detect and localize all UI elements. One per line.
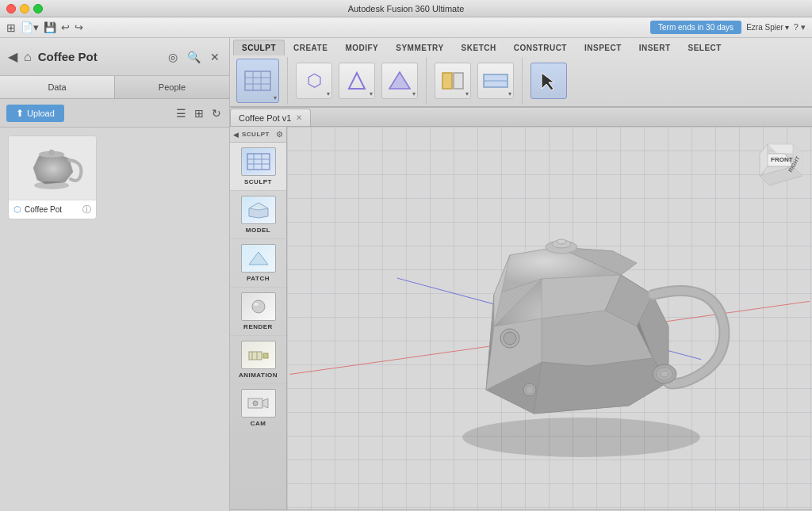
ribbon-btn-sculpt-icon[interactable]: ▾ — [236, 59, 279, 103]
svg-marker-51 — [605, 275, 653, 326]
sidebar-collapse-button[interactable]: ◀ SCULPT ⚙ — [230, 127, 286, 143]
svg-point-60 — [557, 239, 566, 244]
tab-people[interactable]: People — [115, 76, 229, 98]
ribbon-tab-inspect[interactable]: INSPECT — [576, 40, 630, 55]
settings-icon[interactable]: ⚙ — [276, 130, 283, 139]
svg-point-62 — [657, 368, 672, 380]
sculpt-grid-icon — [243, 70, 272, 92]
ribbon-tab-sketch[interactable]: SKETCH — [453, 40, 505, 55]
close-panel-icon[interactable]: ✕ — [209, 49, 221, 65]
document-tab[interactable]: Coffee Pot v1 ✕ — [230, 109, 311, 126]
help-button[interactable]: ? ▾ — [794, 22, 806, 32]
svg-point-63 — [661, 371, 668, 377]
ribbon-tab-construct[interactable]: CONSTRUCT — [505, 40, 576, 55]
svg-marker-32 — [262, 399, 268, 408]
svg-marker-42 — [486, 358, 668, 414]
back-icon[interactable]: ◀ — [8, 49, 17, 64]
ribbon-btn-select[interactable] — [530, 63, 567, 99]
svg-text:FRONT: FRONT — [771, 156, 793, 163]
right-panel: SCULPT CREATE MODIFY SYMMETRY SKETCH — [230, 38, 812, 511]
trial-button[interactable]: Term ends in 30 days — [650, 21, 741, 34]
svg-marker-55 — [534, 358, 668, 414]
file-item[interactable]: ⬡ Coffee Pot ⓘ — [8, 135, 97, 219]
refresh-icon[interactable]: ↻ — [210, 105, 223, 121]
ribbon-btn-face[interactable]: ▾ — [339, 63, 375, 99]
undo-icon[interactable]: ↩ — [61, 21, 70, 33]
ribbon-btn-box[interactable]: ⬡ ▾ — [296, 63, 332, 99]
maximize-button[interactable] — [33, 4, 43, 13]
cursor-icon — [537, 70, 561, 92]
mode-item-patch[interactable]: PATCH — [230, 239, 286, 288]
face-icon — [345, 70, 369, 92]
svg-point-25 — [252, 300, 265, 313]
tab-data[interactable]: Data — [0, 76, 115, 98]
close-button[interactable] — [6, 4, 16, 13]
ribbon-btn-sketch[interactable]: ▾ — [381, 63, 418, 99]
grid-view-icon[interactable]: ⊞ — [193, 105, 205, 121]
cam-label: CAM — [251, 420, 266, 427]
mode-item-render[interactable]: RENDER — [230, 288, 286, 336]
svg-marker-48 — [557, 247, 637, 275]
ribbon-btn-inspect[interactable]: ▾ — [477, 63, 514, 99]
list-view-icon[interactable]: ☰ — [174, 105, 188, 121]
mode-item-cam[interactable]: CAM — [230, 384, 286, 433]
thumbnail-image — [21, 144, 85, 192]
ribbon-tab-sculpt[interactable]: SCULPT — [233, 40, 285, 55]
ribbon-arrow-icon: ▾ — [274, 94, 277, 101]
mode-item-animation[interactable]: ANIMATION — [230, 336, 286, 384]
redo-icon[interactable]: ↪ — [75, 21, 83, 33]
svg-marker-44 — [486, 275, 653, 390]
nav-cube-svg: FRONT RIGHT — [752, 136, 802, 187]
ribbon-separator — [426, 57, 427, 105]
help-icon: ? — [794, 22, 799, 32]
mode-sidebar: ◀ SCULPT ⚙ — [230, 127, 287, 509]
info-icon[interactable]: ⓘ — [82, 204, 91, 215]
left-panel: ◀ ⌂ Coffee Pot ◎ 🔍 ✕ Data People ⬆ Uploa… — [0, 38, 230, 511]
render-label: RENDER — [243, 323, 273, 330]
sculpt-mode-icon — [241, 147, 276, 176]
render-mode-icon — [241, 292, 276, 321]
tab-close-icon[interactable]: ✕ — [296, 113, 302, 122]
svg-marker-54 — [494, 255, 510, 326]
file-grid: ⬡ Coffee Pot ⓘ — [0, 128, 229, 511]
coffee-pot-3d — [383, 152, 779, 469]
mode-item-sculpt[interactable]: SCULPT — [230, 143, 286, 191]
nav-cube[interactable]: FRONT RIGHT — [752, 136, 802, 187]
target-icon[interactable]: ◎ — [167, 49, 179, 65]
file-menu-icon[interactable]: 📄▾ — [21, 21, 39, 33]
svg-point-41 — [462, 418, 700, 457]
ribbon-btn-modify[interactable]: ▾ — [435, 63, 471, 99]
titlebar: Autodesk Fusion 360 Ultimate — [0, 0, 812, 17]
svg-marker-16 — [542, 73, 554, 90]
patch-label: PATCH — [247, 275, 270, 282]
svg-point-26 — [254, 303, 259, 306]
svg-marker-38 — [760, 166, 802, 185]
ribbon-tab-select[interactable]: SELECT — [680, 40, 730, 55]
inspect-icon — [482, 70, 509, 92]
window-title: Autodesk Fusion 360 Ultimate — [348, 4, 465, 13]
upload-button[interactable]: ⬆ Upload — [6, 105, 64, 122]
svg-marker-0 — [33, 154, 73, 184]
user-name: Ezra Spier — [746, 23, 783, 32]
help-chevron-icon: ▾ — [801, 22, 806, 32]
svg-marker-43 — [486, 279, 542, 390]
ribbon-tab-create[interactable]: CREATE — [285, 40, 336, 55]
ribbon-tab-symmetry[interactable]: SYMMETRY — [387, 40, 452, 55]
search-icon[interactable]: 🔍 — [186, 49, 202, 65]
ribbon-tab-modify[interactable]: MODIFY — [336, 40, 387, 55]
grid-icon[interactable]: ⊞ — [6, 21, 16, 34]
svg-marker-9 — [349, 73, 365, 89]
svg-point-65 — [526, 386, 534, 394]
viewport[interactable]: FRONT RIGHT — [287, 127, 812, 509]
home-icon[interactable]: ⌂ — [24, 50, 32, 64]
tab-bar: Coffee Pot v1 ✕ — [230, 108, 812, 127]
cam-mode-icon — [241, 389, 276, 418]
animation-mode-icon — [241, 341, 276, 369]
svg-point-64 — [523, 383, 536, 396]
ribbon-tab-insert[interactable]: INSERT — [630, 40, 680, 55]
mode-item-model[interactable]: MODEL — [230, 191, 286, 239]
svg-marker-11 — [389, 72, 410, 89]
user-menu[interactable]: Ezra Spier ▾ — [746, 23, 789, 32]
save-icon[interactable]: 💾 — [44, 21, 56, 33]
minimize-button[interactable] — [20, 4, 29, 13]
